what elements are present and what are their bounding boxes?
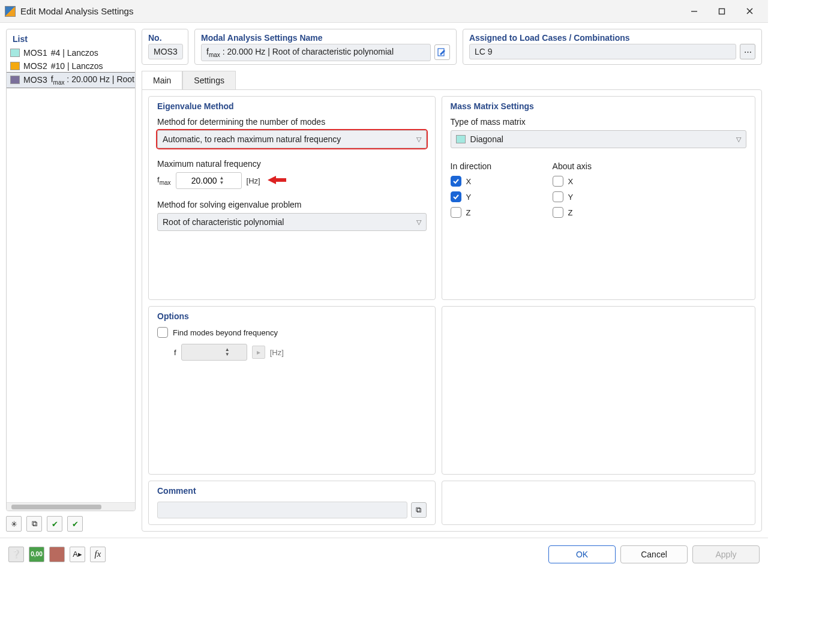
assigned-field[interactable]: LC 9 [469,44,736,59]
name-field[interactable]: fmax : 20.000 Hz | Root of characteristi… [201,44,431,61]
solve-method-select[interactable]: Root of characteristic polynomial ▽ [157,213,427,231]
color-swatch [10,49,20,57]
close-button[interactable] [736,2,763,21]
annotation-arrow-icon [266,175,287,187]
function-button[interactable]: fx [90,547,106,562]
comment-section: Comment ⧉ [148,481,436,525]
tab-main[interactable]: Main [142,71,182,90]
edit-name-button[interactable] [434,44,450,60]
fmax-input[interactable]: ▲▼ [176,172,242,189]
color-swatch [10,76,20,84]
type-swatch [456,135,466,143]
no-field[interactable]: MOS3 [148,44,183,59]
units-button[interactable]: 0,00 [29,547,44,562]
ok-button[interactable]: OK [548,545,616,563]
help-button[interactable]: ❔ [8,547,24,562]
check-button-2[interactable]: ✔ [67,516,83,532]
check-button-1[interactable]: ✔ [47,516,62,532]
horizontal-scrollbar[interactable] [7,502,135,511]
blank-panel-1 [442,306,755,475]
list-item[interactable]: MOS3 fmax : 20.000 Hz | Root of characte… [7,73,135,88]
comment-input[interactable] [157,502,407,518]
list-header: List [7,29,135,46]
chevron-down-icon: ▽ [416,136,421,143]
cancel-button[interactable]: Cancel [620,545,688,563]
name-label: Modal Analysis Settings Name [195,29,456,44]
color-button[interactable] [49,547,65,562]
tab-bar: Main Settings [142,71,762,90]
svg-marker-5 [268,176,286,184]
axis-z-checkbox[interactable] [553,207,563,218]
copy-item-button[interactable]: ⧉ [26,516,42,532]
find-beyond-checkbox[interactable] [157,327,168,338]
list-item[interactable]: MOS2 #10 | Lanczos [7,59,135,73]
window-title: Edit Modal Analysis Settings [20,6,680,16]
axis-x-checkbox[interactable] [553,176,563,187]
new-item-button[interactable]: ✳ [6,516,22,532]
blank-panel-2 [442,481,755,525]
svg-rect-1 [719,8,725,14]
chevron-down-icon: ▽ [416,218,421,226]
color-swatch [10,62,20,70]
options-section: Options Find modes beyond frequency f ▲▼ [148,306,436,475]
chevron-down-icon: ▽ [736,136,741,143]
list-item[interactable]: MOS1 #4 | Lanczos [7,46,135,59]
spin-down-icon[interactable]: ▼ [220,181,224,185]
maximize-button[interactable] [708,2,736,21]
bottom-bar: ❔ 0,00 A▸ fx OK Cancel Apply [0,538,768,570]
apply-button[interactable]: Apply [692,545,760,563]
dir-z-checkbox[interactable] [451,207,461,218]
app-icon [5,6,16,17]
dir-y-checkbox[interactable] [451,191,461,202]
assigned-label: Assigned to Load Cases / Combinations [463,29,761,44]
comment-picker-button[interactable]: ⧉ [411,502,427,518]
method-modes-select[interactable]: Automatic, to reach maximum natural freq… [157,130,427,148]
axis-y-checkbox[interactable] [553,191,563,202]
assigned-details-button[interactable]: ⋯ [740,44,755,59]
titlebar: Edit Modal Analysis Settings [0,0,768,23]
dir-x-checkbox[interactable] [451,176,461,187]
f-beyond-input: ▲▼ [181,344,247,361]
calc-button[interactable]: A▸ [70,547,85,562]
f-beyond-picker: ▸ [252,346,265,359]
minimize-button[interactable] [680,2,708,21]
no-label: No. [142,29,188,44]
mass-matrix-section: Mass Matrix Settings Type of mass matrix… [442,96,755,300]
tab-settings[interactable]: Settings [182,71,236,90]
eigenvalue-section: Eigenvalue Method Method for determining… [148,96,436,300]
mass-type-select[interactable]: Diagonal ▽ [451,130,746,148]
